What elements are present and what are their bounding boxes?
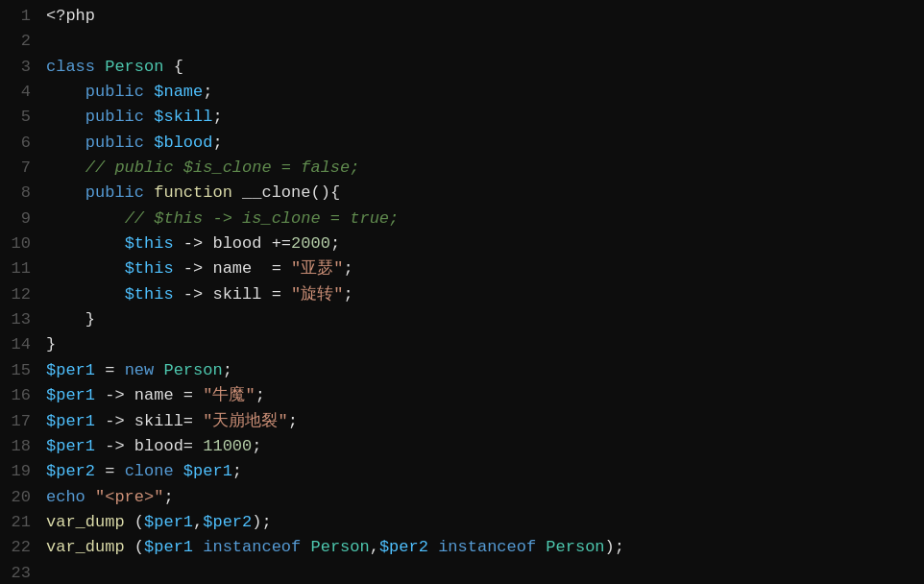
code-editor: 1 2 3 4 5 6 7 8 9 10 11 12 13 14 15 16 1… <box>0 0 924 584</box>
code-line-21: var_dump ($per1,$per2); <box>46 510 924 535</box>
line-num-6: 6 <box>10 131 31 156</box>
code-line-22: var_dump ($per1 instanceof Person,$per2 … <box>46 535 924 560</box>
line-num-12: 12 <box>10 282 31 307</box>
code-line-11: $this -> name = "亚瑟"; <box>46 256 924 281</box>
line-num-22: 22 <box>10 535 31 560</box>
code-line-3: class Person { <box>46 55 924 80</box>
code-line-5: public $skill; <box>46 105 924 130</box>
line-num-16: 16 <box>10 383 31 408</box>
line-num-15: 15 <box>10 358 31 383</box>
code-line-13: } <box>46 307 924 332</box>
line-num-14: 14 <box>10 332 31 357</box>
code-line-1: <?php <box>46 4 924 29</box>
line-num-13: 13 <box>10 307 31 332</box>
line-numbers: 1 2 3 4 5 6 7 8 9 10 11 12 13 14 15 16 1… <box>0 4 46 580</box>
code-line-20: echo "<pre>"; <box>46 485 924 510</box>
code-line-23 <box>46 561 924 584</box>
code-line-18: $per1 -> blood= 11000; <box>46 434 924 459</box>
code-line-17: $per1 -> skill= "天崩地裂"; <box>46 409 924 434</box>
line-num-1: 1 <box>10 4 31 29</box>
line-num-2: 2 <box>10 29 31 54</box>
code-line-6: public $blood; <box>46 131 924 156</box>
code-line-2 <box>46 29 924 54</box>
code-line-8: public function __clone(){ <box>46 181 924 206</box>
line-num-9: 9 <box>10 207 31 231</box>
line-num-5: 5 <box>10 105 31 130</box>
code-line-7: // public $is_clone = false; <box>46 156 924 181</box>
line-num-18: 18 <box>10 434 31 459</box>
code-line-15: $per1 = new Person; <box>46 358 924 383</box>
code-line-16: $per1 -> name = "牛魔"; <box>46 383 924 408</box>
line-num-8: 8 <box>10 181 31 206</box>
code-lines: <?php class Person { public $name; publi… <box>46 4 924 580</box>
code-line-10: $this -> blood +=2000; <box>46 231 924 256</box>
line-num-10: 10 <box>10 231 31 256</box>
code-line-9: // $this -> is_clone = true; <box>46 207 924 231</box>
code-line-19: $per2 = clone $per1; <box>46 459 924 484</box>
line-num-7: 7 <box>10 156 31 181</box>
code-line-14: } <box>46 332 924 357</box>
line-num-21: 21 <box>10 510 31 535</box>
line-num-19: 19 <box>10 459 31 484</box>
code-line-12: $this -> skill = "旋转"; <box>46 282 924 307</box>
line-num-4: 4 <box>10 80 31 105</box>
line-num-17: 17 <box>10 409 31 434</box>
line-num-23: 23 <box>10 561 31 584</box>
line-num-3: 3 <box>10 55 31 80</box>
line-num-11: 11 <box>10 256 31 281</box>
line-num-20: 20 <box>10 485 31 510</box>
code-line-4: public $name; <box>46 80 924 105</box>
